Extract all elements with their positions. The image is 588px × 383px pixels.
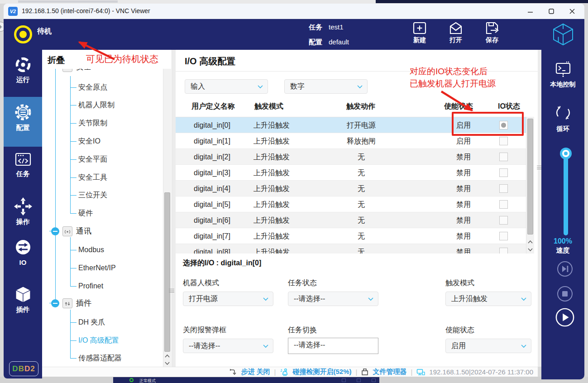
stop-button[interactable] <box>555 284 575 304</box>
step-next-button[interactable] <box>555 259 575 279</box>
vnc-logo: V2 <box>8 7 18 16</box>
enable-state-cell: 禁用 <box>456 165 471 181</box>
chevron-down-icon <box>165 362 170 365</box>
sidebar-item-io[interactable]: IO <box>4 237 42 279</box>
sidebar-item-config[interactable]: 配置 <box>4 97 42 147</box>
tree-scroll-up-button[interactable] <box>163 352 171 359</box>
move-arrows-icon <box>13 196 33 216</box>
table-row[interactable]: digital_in[8]上升沿触发无禁用 <box>176 244 526 254</box>
config-field-value: default <box>329 38 349 46</box>
cycle-button[interactable]: 循环 <box>541 102 584 133</box>
io-state-checkbox[interactable] <box>499 216 508 225</box>
table-scroll-down-button[interactable] <box>526 246 534 253</box>
close-alarm-dropdown[interactable]: --请选择-- <box>183 339 273 353</box>
step-mode-icon <box>229 368 237 376</box>
io-state-checkbox[interactable] <box>499 184 508 193</box>
trigger-mode-dropdown[interactable]: 上升沿触发 <box>445 292 531 306</box>
io-state-checkbox[interactable] <box>499 232 508 240</box>
tree-scroll-down-button[interactable] <box>163 359 171 367</box>
collapse-expander-icon[interactable] <box>51 299 59 307</box>
table-row[interactable]: digital_in[0]上升沿触发打开电源启用 <box>176 117 526 133</box>
tree-splitter[interactable] <box>172 50 176 367</box>
maximize-button[interactable] <box>541 4 562 19</box>
table-row[interactable]: digital_in[7]上升沿触发无禁用 <box>176 228 526 244</box>
io-state-checkbox[interactable] <box>499 153 508 161</box>
splitter-grip[interactable] <box>169 289 174 292</box>
save-button[interactable]: 保存 <box>479 21 505 44</box>
tree-item-1[interactable]: 机器人限制 <box>78 100 115 110</box>
sidebar-item-plugin[interactable]: 插件 <box>4 285 42 327</box>
step-mode-status[interactable]: 步进 关闭 <box>241 368 270 376</box>
signal-type-dropdown[interactable]: 数字 <box>284 79 368 94</box>
collapse-expander-icon[interactable] <box>51 227 59 235</box>
open-button[interactable]: 打开 <box>443 21 468 44</box>
io-state-checkbox[interactable] <box>499 121 508 129</box>
file-manager-button[interactable]: 文件管理器 <box>373 368 406 376</box>
tree-item-0-1[interactable]: EtherNet/IP <box>78 263 116 273</box>
sidebar-item-label: IO <box>4 259 42 266</box>
tree-item-2[interactable]: 关节限制 <box>78 118 107 129</box>
enable-state-cell: 禁用 <box>456 228 471 244</box>
plugin-cube-icon <box>13 285 33 304</box>
robot-mode-dropdown[interactable]: 打开电源 <box>183 292 273 306</box>
nav-badge-letter: D <box>24 364 30 373</box>
close-alarm-value: --请选择-- <box>189 342 220 349</box>
table-scroll-up-button[interactable] <box>526 238 534 245</box>
table-row[interactable]: digital_in[2]上升沿触发无禁用 <box>176 149 526 165</box>
table-row[interactable]: digital_in[4]上升沿触发无禁用 <box>176 181 526 196</box>
task-switch-field[interactable]: --请选择-- <box>288 338 378 354</box>
table-row[interactable]: digital_in[5]上升沿触发无禁用 <box>176 196 526 212</box>
close-button[interactable] <box>562 4 583 19</box>
table-row[interactable]: digital_in[1]上升沿触发释放抱闸启用 <box>176 133 526 149</box>
play-button[interactable] <box>555 307 575 327</box>
io-type-dropdown[interactable]: 输入 <box>185 79 268 94</box>
speed-slider[interactable] <box>564 149 568 235</box>
tree-scrollbar-thumb[interactable] <box>164 192 170 352</box>
tree-item-0-2[interactable]: Profinet <box>78 281 103 292</box>
io-state-checkbox[interactable] <box>499 168 508 177</box>
io-state-checkbox[interactable] <box>499 248 508 254</box>
minimize-button[interactable] <box>520 4 541 19</box>
right-splitter[interactable] <box>538 50 541 367</box>
tree-item-3[interactable]: 安全IO <box>78 136 100 147</box>
sidebar-item-run[interactable]: 运行 <box>4 55 42 97</box>
sidebar-item-label: 操作 <box>4 218 42 226</box>
robot-topbar: 待机 任务test1 配置default 新建 打开 <box>4 19 584 50</box>
terminal-icon <box>553 61 573 79</box>
speed-slider-thumb[interactable] <box>560 148 572 159</box>
io-state-checkbox[interactable] <box>499 137 508 145</box>
tree-item-4[interactable]: 安全平面 <box>78 154 107 165</box>
tree-item-7[interactable]: 硬件 <box>78 208 93 219</box>
table-row[interactable]: digital_in[3]上升沿触发无禁用 <box>176 165 526 181</box>
tree-item-1-1[interactable]: I/O 高级配置 <box>78 335 119 346</box>
enable-state-dropdown[interactable]: 启用 <box>445 339 531 353</box>
tree-rows: 安全 安全原点机器人限制关节限制安全IO安全平面安全工具三位开关硬件通讯Modb… <box>42 69 163 367</box>
tree-item-0[interactable]: 安全原点 <box>78 82 107 93</box>
table-row[interactable]: digital_in[6]上升沿触发无禁用 <box>176 212 526 228</box>
new-button[interactable]: 新建 <box>407 21 432 44</box>
collision-detect-status[interactable]: 碰撞检测开启(52%) <box>293 368 352 376</box>
tree-item-1-2[interactable]: 传感器适配器 <box>78 353 122 364</box>
tree-item-0-0[interactable]: Modbus <box>78 244 104 255</box>
tree-scrollbar[interactable] <box>163 69 171 367</box>
trigger-action-cell: 无 <box>289 196 434 212</box>
collapse-button[interactable]: 折叠 <box>48 54 65 66</box>
sidebar-item-operate[interactable]: 操作 <box>4 196 42 238</box>
tree-item-6[interactable]: 三位开关 <box>78 190 107 201</box>
table-scrollbar-thumb[interactable] <box>527 119 533 235</box>
trigger-mode-cell: 上升沿触发 <box>253 117 290 133</box>
sidebar-item-task[interactable]: 任务 <box>4 150 42 192</box>
trigger-mode-cell: 上升沿触发 <box>253 212 290 228</box>
local-control-button[interactable]: 本地控制 <box>541 61 584 89</box>
minimize-icon <box>528 9 533 14</box>
trigger-mode-cell: 上升沿触发 <box>253 149 290 165</box>
nav-badge[interactable]: DBD2 <box>9 361 38 376</box>
io-name-cell: digital_in[5] <box>194 196 230 212</box>
tree-item-5[interactable]: 安全工具 <box>78 172 107 183</box>
io-state-checkbox[interactable] <box>499 200 508 209</box>
task-state-dropdown[interactable]: --请选择-- <box>288 292 378 306</box>
tree-item-1-0[interactable]: DH 夹爪 <box>78 317 105 328</box>
table-scrollbar[interactable] <box>526 117 534 254</box>
trigger-action-cell: 释放抱闸 <box>289 133 434 149</box>
chevron-down-icon <box>258 85 263 89</box>
